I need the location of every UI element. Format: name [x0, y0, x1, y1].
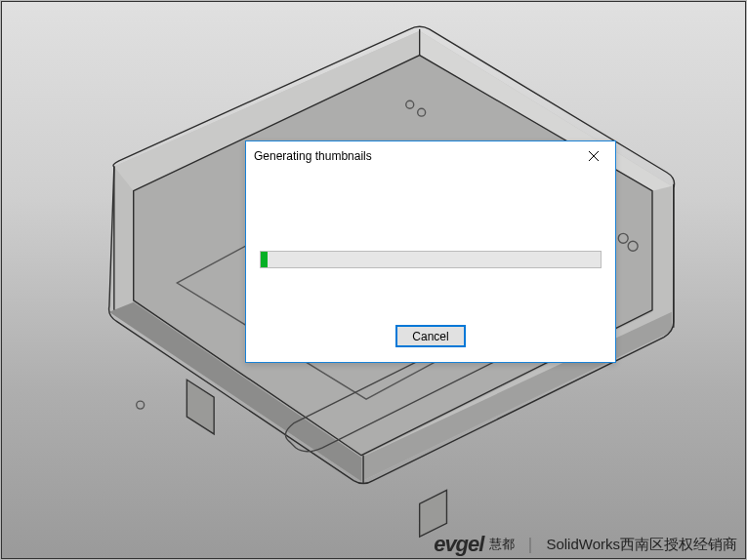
- watermark-footer: evgel 慧都 ｜ SolidWorks西南区授权经销商: [434, 532, 737, 557]
- brand-cn: 慧都: [489, 536, 515, 553]
- close-button[interactable]: [571, 141, 615, 171]
- close-icon: [589, 151, 599, 161]
- svg-point-14: [137, 401, 145, 409]
- cancel-label: Cancel: [412, 330, 448, 343]
- progress-bar: [260, 251, 602, 268]
- dialog-title: Generating thumbnails: [254, 149, 372, 163]
- footer-separator: ｜: [522, 535, 538, 555]
- progress-dialog: Generating thumbnails Cancel: [245, 140, 616, 363]
- dialog-titlebar[interactable]: Generating thumbnails: [246, 141, 615, 171]
- cancel-button[interactable]: Cancel: [395, 325, 466, 347]
- brand-logo: evgel: [434, 532, 483, 557]
- progress-fill: [261, 252, 268, 267]
- distributor-label: SolidWorks西南区授权经销商: [546, 536, 737, 554]
